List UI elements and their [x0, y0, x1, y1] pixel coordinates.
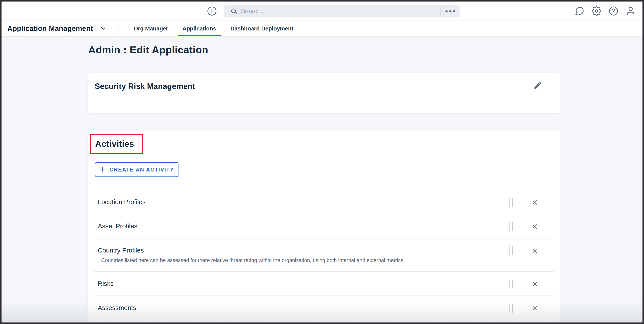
- more-options-icon[interactable]: [441, 9, 460, 14]
- search-input[interactable]: [240, 7, 440, 15]
- activity-row-location-profiles: Location Profiles: [94, 190, 554, 214]
- plus-icon: [99, 166, 106, 173]
- activity-row-asset-profiles: Asset Profiles: [94, 214, 554, 238]
- remove-icon[interactable]: [531, 247, 538, 254]
- search-icon: [230, 8, 238, 15]
- remove-icon[interactable]: [531, 280, 538, 288]
- nav-divider: [118, 22, 118, 35]
- activity-list: Location Profiles Asset Profiles: [94, 190, 554, 320]
- activity-row-country-profiles: Country Profiles Countries listed here c…: [94, 238, 554, 272]
- tab-dashboard-deployment[interactable]: Dashboard Deployment: [226, 21, 298, 36]
- global-search: [224, 5, 460, 17]
- app-switcher-chevron-icon: [100, 25, 107, 32]
- activity-label: Country Profiles: [98, 246, 506, 254]
- application-name: Security Risk Management: [95, 82, 195, 91]
- messages-icon[interactable]: [574, 6, 584, 16]
- activity-label: Risks: [98, 279, 506, 288]
- app-context-switcher[interactable]: Application Management: [7, 21, 107, 36]
- nav-tabs: Org Manager Applications Dashboard Deplo…: [124, 21, 298, 36]
- activity-label: Assessments: [98, 304, 506, 312]
- nav-bar: Application Management Org Manager Appli…: [2, 21, 642, 37]
- activities-heading: Activities: [95, 139, 134, 149]
- remove-icon[interactable]: [531, 304, 538, 312]
- tab-org-manager[interactable]: Org Manager: [129, 21, 173, 36]
- drag-handle-icon[interactable]: [509, 198, 513, 207]
- activity-label: Asset Profiles: [98, 222, 506, 230]
- help-icon[interactable]: [608, 6, 618, 16]
- application-card: Security Risk Management: [88, 73, 560, 113]
- add-icon[interactable]: [207, 6, 217, 16]
- drag-handle-icon[interactable]: [509, 304, 513, 312]
- tab-applications[interactable]: Applications: [178, 21, 221, 36]
- drag-handle-icon[interactable]: [509, 222, 513, 231]
- drag-handle-icon[interactable]: [509, 246, 513, 255]
- remove-icon[interactable]: [531, 223, 538, 230]
- app-context-label: Application Management: [7, 25, 93, 33]
- page-title: Admin : Edit Application: [88, 44, 208, 56]
- activities-card: Activities CREATE AN ACTIVITY Location P…: [88, 130, 560, 324]
- edit-icon[interactable]: [533, 81, 543, 90]
- top-bar: [2, 2, 642, 21]
- app-window: Application Management Org Manager Appli…: [0, 0, 644, 324]
- account-icon[interactable]: [626, 6, 636, 16]
- drag-handle-icon[interactable]: [509, 280, 513, 288]
- create-activity-label: CREATE AN ACTIVITY: [110, 167, 174, 173]
- create-activity-button[interactable]: CREATE AN ACTIVITY: [95, 162, 178, 177]
- top-bar-actions: [574, 6, 636, 16]
- activity-row-risks: Risks: [94, 272, 554, 296]
- activity-row-assessments: Assessments: [94, 296, 554, 320]
- remove-icon[interactable]: [531, 199, 538, 206]
- annotation-highlight-box: Activities: [90, 134, 143, 154]
- activity-label: Location Profiles: [98, 198, 506, 206]
- activity-description: Countries listed here can be assessed fo…: [101, 257, 506, 263]
- settings-icon[interactable]: [592, 6, 602, 16]
